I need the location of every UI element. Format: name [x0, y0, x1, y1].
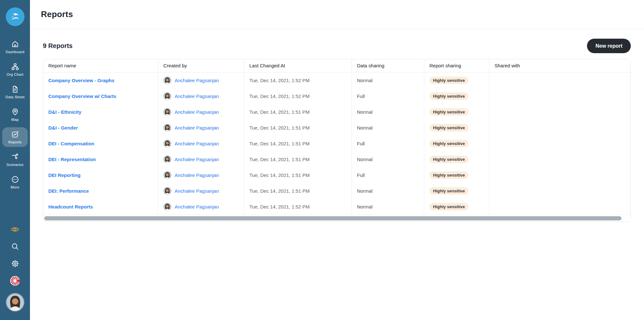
cell-data-sharing: Normal	[352, 73, 424, 88]
org-chart-icon	[11, 63, 19, 71]
creator-avatar	[163, 140, 171, 148]
creator-name-link[interactable]: Anchalee Pagsanjan	[175, 172, 219, 178]
cell-shared-with	[489, 73, 630, 88]
cell-created-by: Anchalee Pagsanjan	[158, 199, 244, 215]
horizontal-scrollbar-thumb[interactable]	[44, 216, 621, 220]
sensitivity-badge: Highly sensitive	[429, 156, 468, 163]
report-name-link[interactable]: Company Overview - Graphs	[48, 78, 114, 83]
sensitivity-badge: Highly sensitive	[429, 140, 468, 147]
cell-report-sharing: Highly sensitive	[424, 73, 489, 88]
cell-shared-with	[489, 120, 630, 136]
sidebar-item-map[interactable]: Map	[2, 105, 28, 124]
column-header-last-changed: Last Changed At	[244, 59, 352, 72]
sidebar-item-more[interactable]: More	[2, 172, 28, 192]
table-row: D&I - Ethnicity Anchalee Pagsanjan	[43, 104, 630, 120]
horizontal-scrollbar	[43, 215, 630, 222]
report-name-link[interactable]: Company Overview w/ Charts	[48, 93, 116, 99]
cell-created-by: Anchalee Pagsanjan	[158, 151, 244, 167]
main-area: Reports 9 Reports New report Report name…	[30, 0, 644, 320]
cell-last-changed: Tue, Dec 14, 2021, 1:51 PM	[244, 151, 352, 167]
creator-name-link[interactable]: Anchalee Pagsanjan	[175, 141, 219, 146]
report-name-link[interactable]: D&I - Gender	[48, 125, 78, 131]
creator-name-link[interactable]: Anchalee Pagsanjan	[175, 93, 219, 99]
table-row: Company Overview w/ Charts Anchalee Pags…	[43, 88, 630, 104]
creator-avatar	[163, 187, 171, 195]
cell-report-sharing: Highly sensitive	[424, 88, 489, 104]
sidebar-item-label: Scenarios	[6, 163, 24, 167]
cell-report-name: D&I - Gender	[43, 120, 158, 136]
creator-name-link[interactable]: Anchalee Pagsanjan	[175, 204, 219, 209]
table-row: Headcount Reports Anchalee Pagsanjan	[43, 199, 630, 215]
cell-created-by: Anchalee Pagsanjan	[158, 104, 244, 120]
report-name-link[interactable]: DEI Reporting	[48, 172, 81, 178]
cell-last-changed: Tue, Dec 14, 2021, 1:51 PM	[244, 183, 352, 199]
column-header-data-sharing: Data sharing	[352, 59, 424, 72]
search-icon[interactable]	[10, 242, 20, 251]
cell-report-name: DEI Reporting	[43, 167, 158, 183]
sidebar-item-org-chart[interactable]: Org Chart	[2, 60, 28, 79]
sidebar-item-label: Data Sheet	[5, 95, 25, 99]
creator-name-link[interactable]: Anchalee Pagsanjan	[175, 125, 219, 131]
column-header-shared-with: Shared with	[489, 59, 630, 72]
cell-report-name: Company Overview w/ Charts	[43, 88, 158, 104]
cell-data-sharing: Full	[352, 136, 424, 151]
sidebar-item-reports[interactable]: Reports	[2, 127, 28, 147]
creator-avatar	[163, 92, 171, 100]
page-header: Reports	[30, 0, 644, 29]
sensitivity-badge: Highly sensitive	[429, 171, 468, 179]
sidebar-item-label: Dashboard	[5, 50, 24, 54]
cell-report-sharing: Highly sensitive	[424, 199, 489, 215]
user-avatar[interactable]	[6, 293, 24, 312]
creator-name-link[interactable]: Anchalee Pagsanjan	[175, 188, 219, 194]
creator-name-link[interactable]: Anchalee Pagsanjan	[175, 157, 219, 162]
sensitivity-badge: Highly sensitive	[429, 203, 468, 210]
cell-shared-with	[489, 151, 630, 167]
sensitivity-badge: Highly sensitive	[429, 187, 468, 195]
settings-gear-icon[interactable]	[10, 259, 20, 268]
creator-name-link[interactable]: Anchalee Pagsanjan	[175, 109, 219, 115]
cell-data-sharing: Full	[352, 167, 424, 183]
cell-created-by: Anchalee Pagsanjan	[158, 136, 244, 151]
report-name-link[interactable]: DEI: Performance	[48, 188, 89, 194]
report-name-link[interactable]: DEI - Compensation	[48, 141, 94, 146]
cell-last-changed: Tue, Dec 14, 2021, 1:52 PM	[244, 199, 352, 215]
cell-created-by: Anchalee Pagsanjan	[158, 183, 244, 199]
reports-icon	[11, 130, 19, 139]
cell-data-sharing: Normal	[352, 199, 424, 215]
cell-shared-with	[489, 199, 630, 215]
cell-shared-with	[489, 167, 630, 183]
charthop-rabbit-logo[interactable]	[6, 7, 24, 26]
cell-last-changed: Tue, Dec 14, 2021, 1:52 PM	[244, 88, 352, 104]
report-name-link[interactable]: D&I - Ethnicity	[48, 109, 82, 115]
cell-last-changed: Tue, Dec 14, 2021, 1:51 PM	[244, 136, 352, 151]
cell-report-sharing: Highly sensitive	[424, 183, 489, 199]
cell-report-name: DEI - Compensation	[43, 136, 158, 151]
creator-avatar	[163, 124, 171, 132]
report-name-link[interactable]: DEI - Representation	[48, 157, 96, 162]
cell-data-sharing: Normal	[352, 104, 424, 120]
preview-eye-icon[interactable]	[10, 225, 20, 234]
sidebar-item-label: More	[11, 185, 19, 189]
scenarios-icon	[11, 153, 19, 161]
sidebar-item-data-sheet[interactable]: Data Sheet	[2, 82, 28, 102]
cell-created-by: Anchalee Pagsanjan	[158, 120, 244, 136]
cell-report-name: DEI - Representation	[43, 151, 158, 167]
table-row: DEI - Compensation Anchalee Pagsanjan	[43, 136, 630, 151]
cell-report-sharing: Highly sensitive	[424, 136, 489, 151]
cell-data-sharing: Normal	[352, 151, 424, 167]
cell-data-sharing: Normal	[352, 183, 424, 199]
cell-report-name: Headcount Reports	[43, 199, 158, 215]
sidebar-item-scenarios[interactable]: Scenarios	[2, 150, 28, 170]
org-sunburst-logo[interactable]	[10, 276, 20, 286]
report-name-link[interactable]: Headcount Reports	[48, 204, 93, 209]
table-row: D&I - Gender Anchalee Pagsanjan	[43, 120, 630, 136]
sidebar-item-dashboard[interactable]: Dashboard	[2, 37, 28, 57]
creator-name-link[interactable]: Anchalee Pagsanjan	[175, 78, 219, 83]
cell-created-by: Anchalee Pagsanjan	[158, 88, 244, 104]
table-row: DEI - Representation Anchalee Pagsanjan	[43, 151, 630, 167]
cell-data-sharing: Normal	[352, 120, 424, 136]
sensitivity-badge: Highly sensitive	[429, 92, 468, 100]
reports-toolbar: 9 Reports New report	[43, 39, 631, 53]
cell-last-changed: Tue, Dec 14, 2021, 1:51 PM	[244, 120, 352, 136]
new-report-button[interactable]: New report	[587, 39, 631, 53]
